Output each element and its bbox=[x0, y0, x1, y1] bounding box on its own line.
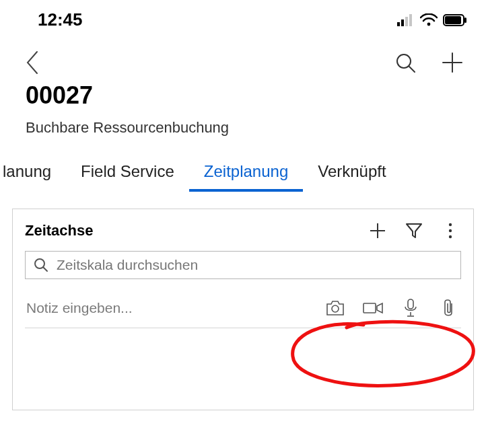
svg-rect-7 bbox=[464, 17, 466, 23]
tab-bar: lanung Field Service Zeitplanung Verknüp… bbox=[0, 157, 486, 192]
svg-rect-3 bbox=[409, 14, 412, 26]
svg-rect-2 bbox=[405, 17, 408, 26]
svg-rect-1 bbox=[401, 20, 404, 26]
record-title: 00027 bbox=[26, 81, 460, 110]
svg-point-19 bbox=[332, 305, 339, 312]
timeline-title: Zeitachse bbox=[25, 222, 352, 239]
svg-rect-0 bbox=[397, 22, 400, 26]
svg-line-9 bbox=[409, 67, 415, 72]
status-icons bbox=[397, 13, 467, 27]
note-entry-row bbox=[25, 291, 461, 328]
timeline-more-button[interactable] bbox=[440, 220, 461, 241]
svg-rect-20 bbox=[363, 303, 376, 313]
svg-point-4 bbox=[427, 22, 431, 26]
svg-rect-6 bbox=[445, 16, 461, 24]
svg-point-14 bbox=[449, 223, 452, 226]
status-bar: 12:45 bbox=[0, 0, 486, 36]
battery-icon bbox=[443, 14, 467, 26]
svg-point-16 bbox=[449, 235, 452, 238]
attachment-button[interactable] bbox=[437, 297, 460, 320]
search-button[interactable] bbox=[390, 48, 420, 77]
tab-planung[interactable]: lanung bbox=[3, 157, 66, 192]
record-subtitle: Buchbare Ressourcenbuchung bbox=[26, 119, 460, 137]
microphone-button[interactable] bbox=[399, 297, 422, 320]
camera-button[interactable] bbox=[324, 297, 347, 320]
tab-verknuepft[interactable]: Verknüpft bbox=[303, 157, 401, 192]
svg-line-18 bbox=[44, 268, 48, 272]
cellular-icon bbox=[397, 14, 415, 26]
timeline-add-button[interactable] bbox=[367, 220, 388, 241]
timeline-filter-button[interactable] bbox=[403, 220, 425, 241]
svg-point-8 bbox=[397, 54, 411, 68]
header-nav bbox=[0, 36, 486, 77]
note-input[interactable] bbox=[26, 300, 309, 316]
timeline-panel: Zeitachse bbox=[12, 209, 474, 410]
status-time: 12:45 bbox=[38, 9, 83, 30]
tab-zeitplanung[interactable]: Zeitplanung bbox=[189, 157, 303, 192]
tab-field-service[interactable]: Field Service bbox=[66, 157, 189, 192]
wifi-icon bbox=[420, 13, 438, 27]
svg-point-15 bbox=[449, 229, 452, 232]
back-button[interactable] bbox=[19, 49, 46, 76]
timeline-header: Zeitachse bbox=[25, 220, 461, 248]
video-button[interactable] bbox=[361, 297, 384, 320]
svg-rect-21 bbox=[408, 299, 413, 309]
timeline-search-input[interactable] bbox=[57, 257, 452, 273]
add-button[interactable] bbox=[438, 48, 467, 77]
search-icon bbox=[34, 258, 48, 272]
record-header: 00027 Buchbare Ressourcenbuchung bbox=[0, 77, 486, 137]
timeline-search[interactable] bbox=[25, 251, 461, 279]
